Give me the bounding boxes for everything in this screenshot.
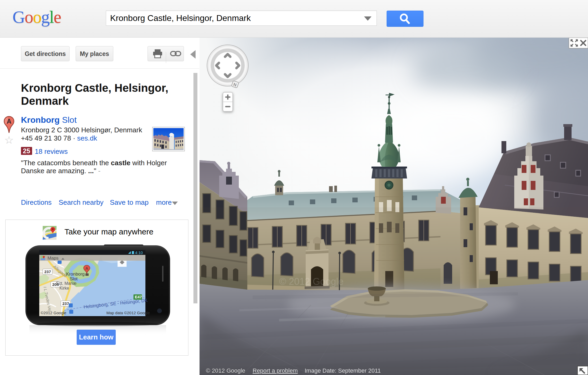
svg-text:Report a problem: Report a problem bbox=[253, 367, 298, 374]
svg-text:E47: E47 bbox=[135, 295, 142, 299]
svg-text:© 2012 Google: © 2012 Google bbox=[279, 276, 344, 287]
svg-text:© 2012 Google: © 2012 Google bbox=[206, 367, 245, 374]
svg-text:237: 237 bbox=[62, 301, 69, 306]
svg-text:Image Date: September 2011: Image Date: September 2011 bbox=[305, 367, 381, 374]
svg-text:237: 237 bbox=[44, 269, 51, 274]
svg-text:©2012 Google: ©2012 Google bbox=[41, 311, 66, 315]
svg-text:Kronborg: Kronborg bbox=[66, 272, 85, 277]
svg-text:Maps: Maps bbox=[47, 256, 59, 261]
svg-text:Kirke: Kirke bbox=[59, 286, 69, 290]
svg-text:4:10: 4:10 bbox=[135, 250, 143, 255]
svg-text:Sct. Mariæ: Sct. Mariæ bbox=[56, 281, 76, 286]
svg-text:A: A bbox=[7, 117, 11, 125]
svg-text:A: A bbox=[85, 266, 88, 271]
svg-text:Map data ©2012 Google: Map data ©2012 Google bbox=[106, 311, 150, 315]
svg-text:Slot: Slot bbox=[70, 276, 78, 281]
